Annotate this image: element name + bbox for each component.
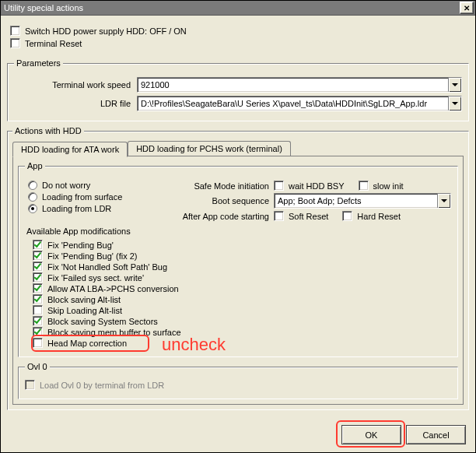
- actions-group: Actions with HDD HDD loading for ATA wor…: [7, 126, 469, 410]
- mod-checkbox-6[interactable]: [33, 305, 43, 315]
- app-right-column: Safe Mode initiation wait HDD BSY slow i…: [160, 177, 451, 223]
- mod-label-0: Fix 'Pending Bug': [47, 241, 114, 250]
- tab-ata[interactable]: HDD loading for ATA work: [12, 142, 128, 157]
- radio-ldr-label: Loading from LDR: [42, 204, 111, 213]
- load-ovl-checkbox: [25, 380, 35, 390]
- soft-reset-label: Soft Reset: [289, 212, 328, 221]
- mod-label-4: Allow ATA LBA->PCHS conversion: [47, 284, 179, 293]
- speed-value: 921000: [138, 80, 448, 90]
- slow-init-label: slow init: [373, 181, 404, 191]
- chevron-down-icon[interactable]: [448, 97, 461, 111]
- mods-label: Available App modifications: [25, 226, 451, 236]
- mod-label-2: Fix 'Not Handled Soft Path' Bug: [47, 262, 167, 272]
- top-options: Switch HDD power supply HDD: OFF / ON Te…: [7, 20, 469, 57]
- window-title: Utility special actions: [4, 3, 83, 12]
- actions-legend: Actions with HDD: [12, 126, 84, 135]
- ovl-legend: Ovl 0: [25, 362, 50, 371]
- close-button[interactable]: ✕: [460, 2, 474, 14]
- dialog-body: Switch HDD power supply HDD: OFF / ON Te…: [1, 16, 475, 421]
- mods-list: Fix 'Pending Bug' Fix 'Pending Bug' (fix…: [25, 237, 451, 350]
- bootseq-label: Boot sequence: [160, 196, 274, 205]
- hard-reset-checkbox[interactable]: [342, 211, 352, 221]
- cancel-button[interactable]: Cancel: [406, 425, 466, 444]
- mod-checkbox-4[interactable]: [33, 283, 43, 293]
- ok-button[interactable]: OK: [341, 425, 401, 444]
- mod-checkbox-2[interactable]: [33, 262, 43, 272]
- terminal-reset-label: Terminal Reset: [25, 39, 82, 48]
- chevron-down-icon[interactable]: [437, 194, 450, 208]
- mod-checkbox-1[interactable]: [33, 251, 43, 261]
- mod-label-9: Head Map correction: [47, 339, 127, 348]
- tab-ata-label: HDD loading for ATA work: [21, 145, 119, 154]
- parameters-group: Parameters Terminal work speed 921000 LD…: [7, 58, 469, 121]
- cancel-label: Cancel: [422, 430, 449, 440]
- close-icon: ✕: [464, 4, 470, 12]
- tab-pchs[interactable]: HDD loading for PCHS work (terminal): [128, 141, 291, 156]
- ldr-value: D:\!Profiles\SeagateBara\U Series X\pave…: [138, 99, 448, 108]
- safemode-label: Safe Mode initiation: [160, 181, 274, 191]
- mod-checkbox-9[interactable]: [33, 338, 43, 348]
- ldr-label: LDR file: [14, 99, 137, 108]
- ovl-group: Ovl 0 Load Ovl 0 by terminal from LDR: [18, 362, 458, 399]
- load-ovl-label: Load Ovl 0 by terminal from LDR: [40, 381, 164, 390]
- mod-checkbox-0[interactable]: [33, 240, 43, 250]
- hard-reset-label: Hard Reset: [357, 212, 401, 221]
- dialog-window: Utility special actions ✕ Switch HDD pow…: [0, 0, 476, 453]
- mod-checkbox-5[interactable]: [33, 294, 43, 304]
- mod-checkbox-7[interactable]: [33, 316, 43, 326]
- wait-hdd-bsy-checkbox[interactable]: [274, 181, 284, 191]
- mod-checkbox-8[interactable]: [33, 327, 43, 337]
- tab-strip: HDD loading for ATA work HDD loading for…: [12, 141, 464, 156]
- radio-surface[interactable]: [28, 192, 37, 202]
- wait-hdd-bsy-label: wait HDD BSY: [289, 181, 345, 191]
- button-row: OK Cancel: [341, 425, 466, 444]
- mod-label-8: Block saving mem buffer to surface: [47, 328, 181, 337]
- radio-surface-label: Loading from surface: [42, 192, 122, 202]
- chevron-down-icon[interactable]: [448, 78, 461, 92]
- mod-checkbox-3[interactable]: [33, 272, 43, 283]
- ok-label: OK: [366, 430, 378, 440]
- aftercode-label: After App code starting: [160, 212, 274, 221]
- slow-init-checkbox[interactable]: [359, 181, 369, 191]
- ldr-combo[interactable]: D:\!Profiles\SeagateBara\U Series X\pave…: [137, 96, 462, 111]
- tab-pchs-label: HDD loading for PCHS work (terminal): [136, 144, 282, 153]
- mod-label-3: Fix 'Failed sys sect. write': [47, 273, 144, 283]
- app-radio-column: Do not worry Loading from surface Loadin…: [25, 177, 160, 216]
- mod-label-5: Block saving Alt-list: [47, 295, 121, 304]
- app-legend: App: [25, 161, 45, 170]
- switch-hdd-checkbox[interactable]: [10, 26, 20, 36]
- radio-donotworry[interactable]: [28, 181, 37, 190]
- bootseq-combo[interactable]: App; Boot Adp; Defcts: [274, 193, 451, 209]
- mods-section: Available App modifications Fix 'Pending…: [25, 226, 451, 350]
- tab-panel: App Do not worry Loading from surface: [12, 156, 464, 405]
- mod-label-6: Skip Loading Alt-list: [47, 306, 122, 315]
- mod-label-7: Block saving System Sectors: [47, 317, 158, 326]
- switch-hdd-label: Switch HDD power supply HDD: OFF / ON: [25, 26, 187, 36]
- mod-label-1: Fix 'Pending Bug' (fix 2): [47, 251, 137, 261]
- radio-ldr[interactable]: [28, 204, 37, 213]
- speed-label: Terminal work speed: [14, 80, 137, 90]
- parameters-legend: Parameters: [14, 58, 63, 68]
- soft-reset-checkbox[interactable]: [274, 211, 284, 221]
- speed-combo[interactable]: 921000: [137, 77, 462, 93]
- app-group: App Do not worry Loading from surface: [18, 161, 458, 357]
- title-bar: Utility special actions ✕: [1, 1, 475, 16]
- radio-donotworry-label: Do not worry: [42, 181, 90, 190]
- terminal-reset-checkbox[interactable]: [10, 38, 20, 48]
- bootseq-value: App; Boot Adp; Defcts: [275, 196, 437, 205]
